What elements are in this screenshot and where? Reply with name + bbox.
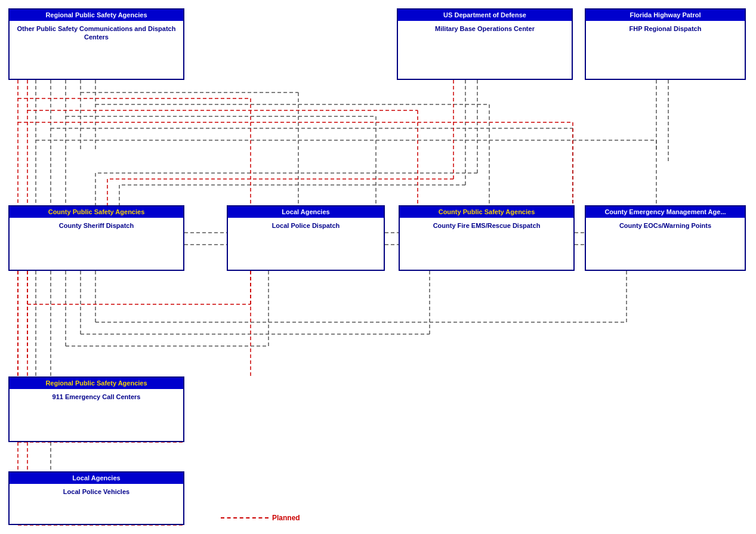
- node-911: Regional Public Safety Agencies 911 Emer…: [8, 376, 184, 442]
- node-county-sheriff-title: County Sheriff Dispatch: [10, 218, 183, 233]
- node-county-eoc-header: County Emergency Management Age...: [586, 206, 745, 218]
- node-county-fire-header: County Public Safety Agencies: [400, 206, 573, 218]
- node-fhp-title: FHP Regional Dispatch: [586, 21, 745, 36]
- node-other-psa-title: Other Public Safety Communications and D…: [10, 21, 183, 45]
- node-county-fire: County Public Safety Agencies County Fir…: [399, 205, 575, 271]
- node-local-police: Local Agencies Local Police Dispatch: [227, 205, 385, 271]
- node-county-fire-title: County Fire EMS/Rescue Dispatch: [400, 218, 573, 233]
- node-911-header: Regional Public Safety Agencies: [10, 378, 183, 389]
- node-local-vehicles-title: Local Police Vehicles: [10, 484, 183, 499]
- node-county-eoc-title: County EOCs/Warning Points: [586, 218, 745, 233]
- node-911-title: 911 Emergency Call Centers: [10, 389, 183, 405]
- node-local-police-header: Local Agencies: [228, 206, 384, 218]
- node-other-psa: Regional Public Safety Agencies Other Pu…: [8, 8, 184, 80]
- node-fhp: Florida Highway Patrol FHP Regional Disp…: [585, 8, 746, 80]
- node-county-eoc: County Emergency Management Age... Count…: [585, 205, 746, 271]
- legend-planned-label: Planned: [272, 514, 300, 522]
- node-mil-base: US Department of Defense Military Base O…: [397, 8, 573, 80]
- node-mil-base-header: US Department of Defense: [398, 10, 572, 21]
- diagram-container: Regional Public Safety Agencies Other Pu…: [0, 0, 756, 534]
- node-county-sheriff-header: County Public Safety Agencies: [10, 206, 183, 218]
- node-local-vehicles: Local Agencies Local Police Vehicles: [8, 471, 184, 525]
- legend-area: Planned: [221, 514, 300, 522]
- node-mil-base-title: Military Base Operations Center: [398, 21, 572, 36]
- node-county-sheriff: County Public Safety Agencies County She…: [8, 205, 184, 271]
- node-fhp-header: Florida Highway Patrol: [586, 10, 745, 21]
- node-local-police-title: Local Police Dispatch: [228, 218, 384, 233]
- node-other-psa-header: Regional Public Safety Agencies: [10, 10, 183, 21]
- legend-planned-line: [221, 517, 269, 518]
- node-local-vehicles-header: Local Agencies: [10, 473, 183, 484]
